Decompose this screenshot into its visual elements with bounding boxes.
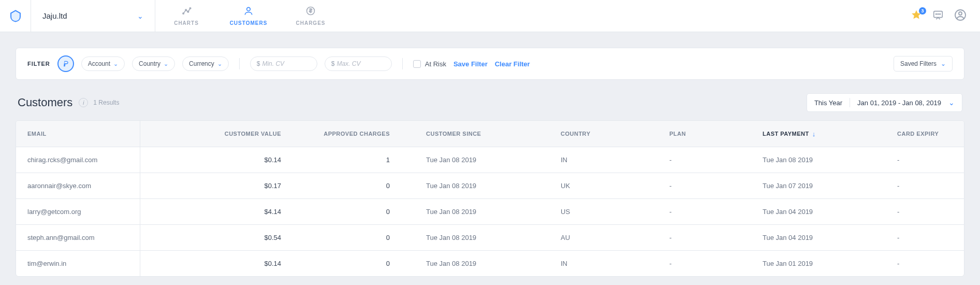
cell-email: aaronnair@skye.com <box>16 173 140 198</box>
cell-since: Tue Jan 08 2019 <box>415 182 549 190</box>
chevron-down-icon: ⌄ <box>941 60 946 67</box>
main-nav: CHARTS CUSTOMERS CHARGES <box>155 0 342 32</box>
at-risk-checkbox[interactable]: At Risk <box>413 60 446 68</box>
clear-filter-link[interactable]: Clear Filter <box>495 60 530 68</box>
cell-expiry: - <box>886 156 964 164</box>
cell-value: $4.14 <box>140 208 306 216</box>
nav-customers[interactable]: CUSTOMERS <box>217 0 280 32</box>
date-range-value: Jan 01, 2019 - Jan 08, 2019 <box>857 99 941 107</box>
filter-account[interactable]: Account⌄ <box>81 56 125 71</box>
cell-approved: 0 <box>306 260 415 267</box>
date-range-picker[interactable]: This Year Jan 01, 2019 - Jan 08, 2019 ⌄ <box>807 93 962 112</box>
col-plan[interactable]: PLAN <box>658 131 751 137</box>
table-row[interactable]: aaronnair@skye.com$0.170Tue Jan 08 2019U… <box>16 173 964 198</box>
cell-last: Tue Jan 01 2019 <box>751 260 886 267</box>
table-row[interactable]: tim@erwin.in$0.140Tue Jan 08 2019IN-Tue … <box>16 250 964 276</box>
divider <box>850 98 850 107</box>
cell-since: Tue Jan 08 2019 <box>415 156 549 164</box>
date-range-label: This Year <box>814 99 842 107</box>
cell-last: Tue Jan 04 2019 <box>751 208 886 216</box>
filter-currency[interactable]: Currency⌄ <box>182 56 229 71</box>
customers-table: EMAIL CUSTOMER VALUE APPROVED CHARGES CU… <box>16 120 964 277</box>
cell-expiry: - <box>886 234 964 241</box>
sort-desc-icon: ↓ <box>812 130 816 138</box>
cell-approved: 0 <box>306 182 415 190</box>
cell-approved: 0 <box>306 208 415 216</box>
cell-last: Tue Jan 08 2019 <box>751 156 886 164</box>
table-row[interactable]: chirag.rcks@gmail.com$0.141Tue Jan 08 20… <box>16 147 964 173</box>
col-since[interactable]: CUSTOMER SINCE <box>415 131 549 137</box>
nav-charges[interactable]: CHARGES <box>280 0 342 32</box>
cell-plan: - <box>658 156 751 164</box>
nav-label: CHARTS <box>174 20 199 26</box>
svg-point-4 <box>247 7 251 11</box>
cell-last: Tue Jan 07 2019 <box>751 182 886 190</box>
cell-since: Tue Jan 08 2019 <box>415 260 549 267</box>
title-row: Customers i 1 Results This Year Jan 01, … <box>18 93 962 112</box>
svg-point-8 <box>938 13 938 14</box>
col-email[interactable]: EMAIL <box>16 121 140 147</box>
cell-country: IN <box>549 260 658 267</box>
cell-email: chirag.rcks@gmail.com <box>16 147 140 173</box>
cell-expiry: - <box>886 182 964 190</box>
save-filter-link[interactable]: Save Filter <box>454 60 488 68</box>
brand-logo[interactable] <box>0 0 31 32</box>
org-switcher[interactable]: Jaju.ltd ⌄ <box>31 0 155 32</box>
svg-point-11 <box>959 12 962 15</box>
max-cv-input[interactable]: $Max. CV <box>325 56 392 71</box>
checkbox-box <box>413 60 421 68</box>
cell-plan: - <box>658 208 751 216</box>
chevron-down-icon: ⌄ <box>948 98 955 107</box>
svg-point-9 <box>940 13 940 14</box>
col-approved[interactable]: APPROVED CHARGES <box>306 131 415 137</box>
cell-approved: 0 <box>306 234 415 241</box>
divider <box>239 58 240 69</box>
cell-since: Tue Jan 08 2019 <box>415 234 549 241</box>
chevron-down-icon: ⌄ <box>164 61 168 67</box>
chevron-down-icon: ⌄ <box>113 61 118 67</box>
favorites-button[interactable]: 3 <box>911 9 922 22</box>
cell-country: UK <box>549 182 658 190</box>
nav-label: CHARGES <box>296 20 325 26</box>
cell-plan: - <box>658 234 751 241</box>
cell-country: US <box>549 208 658 216</box>
chevron-down-icon: ⌄ <box>217 61 222 67</box>
cell-value: $0.14 <box>140 156 306 164</box>
cell-email: tim@erwin.in <box>16 251 140 276</box>
results-count: 1 Results <box>93 99 119 106</box>
chat-button[interactable] <box>932 9 944 22</box>
table-header: EMAIL CUSTOMER VALUE APPROVED CHARGES CU… <box>16 121 964 147</box>
cell-email: larry@getcom.org <box>16 199 140 224</box>
cell-since: Tue Jan 08 2019 <box>415 208 549 216</box>
filter-label: FILTER <box>27 61 50 67</box>
cell-last: Tue Jan 04 2019 <box>751 234 886 241</box>
dollar-icon: $ <box>257 60 260 67</box>
topbar: Jaju.ltd ⌄ CHARTS CUSTOMERS CHARGES 3 <box>0 0 980 32</box>
provider-toggle[interactable] <box>57 55 74 72</box>
svg-point-7 <box>936 13 937 14</box>
cell-country: AU <box>549 234 658 241</box>
filter-country[interactable]: Country⌄ <box>132 56 175 71</box>
cell-email: steph.ann@gmail.com <box>16 225 140 250</box>
col-value[interactable]: CUSTOMER VALUE <box>140 131 306 137</box>
nav-charts[interactable]: CHARTS <box>155 0 217 32</box>
cell-value: $0.14 <box>140 260 306 267</box>
cell-plan: - <box>658 260 751 267</box>
saved-filters-dropdown[interactable]: Saved Filters⌄ <box>894 56 953 72</box>
table-row[interactable]: steph.ann@gmail.com$0.540Tue Jan 08 2019… <box>16 224 964 250</box>
min-cv-input[interactable]: $Min. CV <box>250 56 317 71</box>
cell-expiry: - <box>886 260 964 267</box>
info-icon[interactable]: i <box>79 98 88 107</box>
cell-value: $0.17 <box>140 182 306 190</box>
col-expiry[interactable]: CARD EXPIRY <box>886 131 964 137</box>
cell-expiry: - <box>886 208 964 216</box>
nav-label: CUSTOMERS <box>230 20 268 26</box>
org-name: Jaju.ltd <box>42 11 67 20</box>
cell-plan: - <box>658 182 751 190</box>
table-row[interactable]: larry@getcom.org$4.140Tue Jan 08 2019US-… <box>16 198 964 224</box>
profile-button[interactable] <box>954 9 967 23</box>
cell-country: IN <box>549 156 658 164</box>
col-last-payment[interactable]: LAST PAYMENT↓ <box>751 130 886 138</box>
col-country[interactable]: COUNTRY <box>549 131 658 137</box>
header-actions: 3 <box>911 0 980 32</box>
